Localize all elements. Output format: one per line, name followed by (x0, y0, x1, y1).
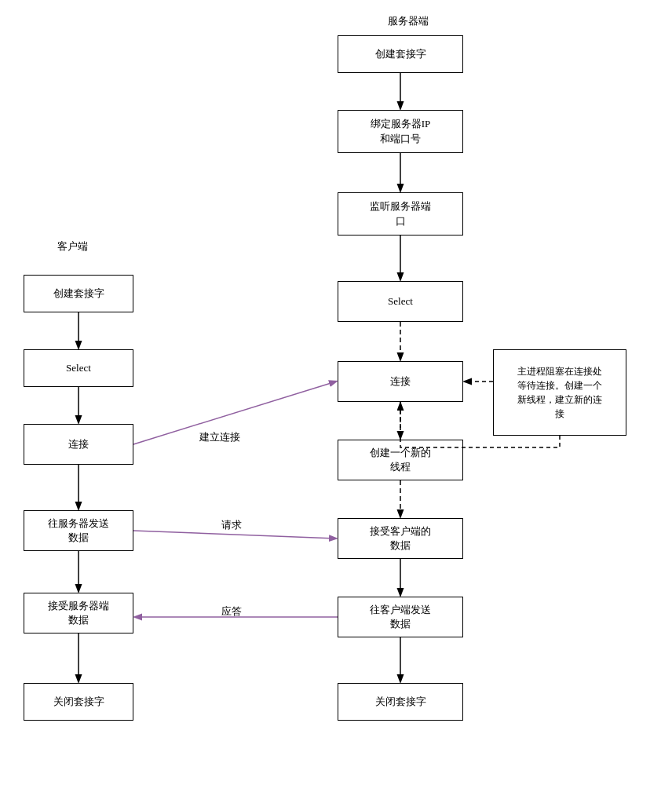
client-box-send: 往服务器发送数据 (24, 510, 133, 551)
server-box-create-socket: 创建套接字 (338, 35, 463, 73)
label-establish-connection: 建立连接 (188, 430, 251, 444)
client-label: 客户端 (41, 239, 104, 254)
client-box-connect: 连接 (24, 424, 133, 465)
server-box-bind: 绑定服务器IP和端口号 (338, 110, 463, 153)
server-box-select: Select (338, 281, 463, 322)
server-label: 服务器端 (361, 14, 455, 28)
server-box-recv: 接受客户端的数据 (338, 518, 463, 559)
diagram: 服务器端 客户端 创建套接字 绑定服务器IP和端口号 监听服务器端口 Selec… (0, 0, 672, 785)
client-box-select: Select (24, 349, 133, 387)
server-box-connect: 连接 (338, 361, 463, 402)
server-box-listen: 监听服务器端口 (338, 192, 463, 236)
server-box-send: 往客户端发送数据 (338, 597, 463, 637)
client-box-recv: 接受服务器端数据 (24, 593, 133, 633)
client-box-create-socket: 创建套接字 (24, 275, 133, 312)
note-box: 主进程阻塞在连接处等待连接。创建一个新线程，建立新的连接 (493, 349, 626, 436)
server-box-new-thread: 创建一个新的线程 (338, 440, 463, 480)
server-box-close: 关闭套接字 (338, 683, 463, 721)
client-box-close: 关闭套接字 (24, 683, 133, 721)
label-request: 请求 (212, 518, 251, 532)
label-response: 应答 (212, 604, 251, 619)
